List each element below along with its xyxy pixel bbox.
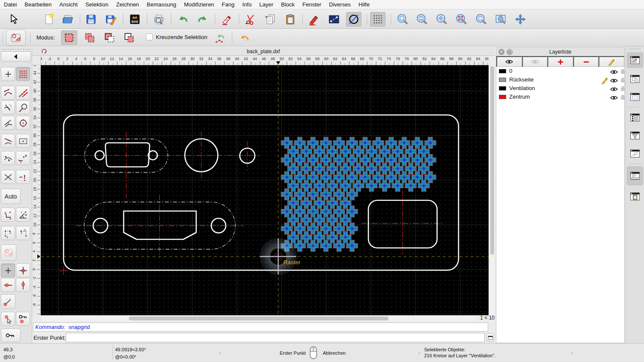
menu-item-datei[interactable]: Datei: [0, 1, 21, 8]
menu-item-bemassung[interactable]: Bemassung: [143, 1, 180, 8]
zoom-out-icon[interactable]: [414, 12, 429, 27]
layer-row-zentrum[interactable]: Zentrum: [496, 93, 624, 101]
vertical-scrollbar[interactable]: [489, 65, 495, 315]
cursor-arrow-icon[interactable]: [6, 12, 21, 27]
minus-red-icon[interactable]: [573, 56, 599, 67]
menu-item-layer[interactable]: Layer: [255, 1, 277, 8]
key-icon[interactable]: [1, 329, 21, 342]
menu-item-fenster[interactable]: Fenster: [298, 1, 325, 8]
snap-exclaim-icon[interactable]: !: [16, 170, 30, 184]
dock-properties-icon[interactable]: [627, 110, 643, 125]
dock-blocks-icon[interactable]: [627, 71, 643, 87]
snap-perp-icon[interactable]: [16, 100, 30, 115]
snap-center-icon[interactable]: [16, 116, 30, 130]
zoom-window-icon[interactable]: [493, 12, 508, 27]
snap-endpoints-icon[interactable]: [1, 86, 15, 100]
print-preview-icon[interactable]: [151, 12, 167, 27]
layer-row-ventilation[interactable]: Ventilation: [496, 84, 624, 93]
paste-icon[interactable]: [283, 12, 298, 27]
menu-item-bearbeiten[interactable]: Bearbeiten: [21, 1, 55, 8]
undo-orange-icon[interactable]: [237, 30, 252, 45]
redo-icon[interactable]: [195, 12, 210, 27]
plus-free-icon[interactable]: [1, 67, 15, 81]
save-icon[interactable]: [83, 12, 99, 27]
eye-faded-icon[interactable]: [522, 56, 548, 67]
menu-item-info[interactable]: Info: [238, 1, 255, 8]
dock-filter-icon[interactable]: [627, 128, 643, 143]
layer-row-0[interactable]: 0: [496, 67, 624, 75]
mode-intersect-button[interactable]: [121, 30, 137, 45]
menu-item-fang[interactable]: Fang: [218, 1, 239, 8]
mode-add-button[interactable]: [82, 30, 98, 45]
snap-tangent-icon[interactable]: [1, 116, 15, 130]
drawing-canvas[interactable]: Raster: [41, 65, 489, 315]
eraser-icon[interactable]: [219, 12, 234, 27]
selection-tool-button[interactable]: [6, 30, 26, 46]
coord-polar-icon[interactable]: ra: [16, 208, 30, 222]
restrict-h-icon[interactable]: [1, 278, 15, 292]
pan-icon[interactable]: [513, 12, 528, 27]
circle-tool-icon[interactable]: [346, 12, 361, 27]
dock-layers-icon[interactable]: [627, 52, 643, 68]
document-tab-bar[interactable]: back_plate.dxf: [32, 47, 495, 56]
checkbox-box[interactable]: [146, 33, 153, 40]
restrict-v-icon[interactable]: [16, 278, 30, 292]
save-as-icon[interactable]: [103, 12, 118, 27]
dock-command-icon[interactable]: [627, 166, 643, 185]
command-input[interactable]: [66, 333, 485, 342]
eye-icon[interactable]: [496, 56, 522, 67]
key-target-icon[interactable]: [16, 312, 30, 326]
snap-x-icon[interactable]: [1, 170, 15, 184]
menu-item-block[interactable]: Block: [277, 1, 298, 8]
back-chevron-icon[interactable]: [1, 51, 31, 62]
snap-points-icon[interactable]: [16, 86, 30, 100]
horizontal-scrollbar-thumb[interactable]: [129, 317, 389, 320]
deselect-arrow-icon[interactable]: [213, 30, 228, 45]
restrict-none-icon[interactable]: [1, 244, 16, 261]
menu-item-hilfe[interactable]: Hilfe: [355, 1, 374, 8]
zoom-back-icon[interactable]: [473, 12, 489, 27]
vertical-scrollbar-thumb[interactable]: [490, 66, 494, 255]
crossing-selection-checkbox[interactable]: Kreuzende Selektion: [146, 33, 207, 40]
plus-free-icon[interactable]: [1, 263, 15, 278]
snap-middle-icon[interactable]: [1, 134, 15, 148]
plus-red-icon[interactable]: [547, 56, 573, 67]
zoom-selection-icon[interactable]: [453, 12, 469, 27]
zoom-in-icon[interactable]: [395, 12, 410, 27]
menu-item-diverses[interactable]: Diverses: [325, 1, 355, 8]
dock-dimension-icon[interactable]: [627, 146, 643, 161]
restrict-ortho-icon[interactable]: [16, 263, 30, 278]
undo-icon[interactable]: [175, 12, 191, 27]
snap-intersect-icon[interactable]: [1, 100, 15, 115]
dock-clipboard-icon[interactable]: [627, 189, 643, 204]
layer-row-rückseite[interactable]: Rückseite: [496, 75, 624, 84]
folder-open-icon[interactable]: [60, 12, 76, 27]
command-window-button[interactable]: [486, 333, 494, 342]
snap-reference-icon[interactable]: [16, 134, 30, 148]
menu-item-selektion[interactable]: Selektion: [82, 1, 112, 8]
cut-icon[interactable]: +: [243, 12, 258, 27]
rel-21-icon[interactable]: 12: [16, 226, 30, 240]
zoom-fit-icon[interactable]: [434, 12, 449, 27]
horizontal-scrollbar[interactable]: [41, 316, 477, 321]
auto-label-icon[interactable]: Auto: [1, 189, 21, 204]
restrict-angle-icon[interactable]: [1, 294, 15, 309]
pencil-draw-icon[interactable]: [307, 12, 322, 27]
line-tool-icon[interactable]: [326, 12, 342, 27]
snap-cursor-icon[interactable]: [1, 312, 15, 326]
rel-12-icon[interactable]: 12: [1, 226, 15, 240]
dock-views-icon[interactable]: [627, 89, 643, 105]
mode-subtract-button[interactable]: [101, 30, 118, 45]
snap-entity-icon[interactable]: [1, 151, 15, 165]
copy-icon[interactable]: +: [263, 12, 278, 27]
menu-item-ansicht[interactable]: Ansicht: [55, 1, 82, 8]
coord-xy-icon[interactable]: yx: [1, 208, 15, 222]
snap-distance-icon[interactable]: 12: [16, 151, 30, 165]
file-new-icon[interactable]: [41, 12, 57, 27]
mode-replace-button[interactable]: [61, 30, 77, 45]
svg-export-icon[interactable]: SVG: [127, 12, 143, 27]
grid-toggle-icon[interactable]: [370, 12, 386, 27]
eye-icon[interactable]: [610, 94, 618, 104]
menu-item-modifizieren[interactable]: Modifizieren: [180, 1, 218, 8]
grid-snap-icon[interactable]: [16, 67, 30, 81]
